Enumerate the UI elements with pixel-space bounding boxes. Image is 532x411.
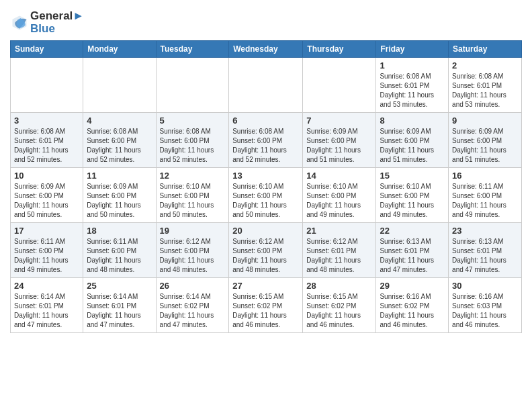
day-number: 8 <box>380 116 445 126</box>
calendar-cell: 3Sunrise: 6:08 AMSunset: 6:01 PMDaylight… <box>11 113 83 168</box>
calendar-cell <box>303 58 376 113</box>
calendar-cell <box>83 58 156 113</box>
calendar-cell: 21Sunrise: 6:12 AMSunset: 6:01 PMDayligh… <box>303 223 376 278</box>
day-header-wednesday: Wednesday <box>229 41 303 58</box>
calendar-cell: 29Sunrise: 6:16 AMSunset: 6:02 PMDayligh… <box>376 278 449 333</box>
day-info: Sunrise: 6:15 AMSunset: 6:02 PMDaylight:… <box>306 292 372 330</box>
day-info: Sunrise: 6:08 AMSunset: 6:00 PMDaylight:… <box>87 127 152 165</box>
logo-icon <box>10 13 29 32</box>
calendar-week-2: 3Sunrise: 6:08 AMSunset: 6:01 PMDaylight… <box>11 113 522 168</box>
calendar-cell <box>156 58 229 113</box>
day-number: 6 <box>232 116 299 126</box>
day-number: 18 <box>87 226 152 236</box>
calendar-table: SundayMondayTuesdayWednesdayThursdayFrid… <box>10 40 522 333</box>
calendar-cell: 30Sunrise: 6:16 AMSunset: 6:03 PMDayligh… <box>449 278 522 333</box>
calendar-cell: 26Sunrise: 6:14 AMSunset: 6:02 PMDayligh… <box>156 278 229 333</box>
day-number: 13 <box>232 171 299 181</box>
day-number: 9 <box>452 116 518 126</box>
calendar-week-1: 1Sunrise: 6:08 AMSunset: 6:01 PMDaylight… <box>11 58 522 113</box>
day-info: Sunrise: 6:11 AMSunset: 6:00 PMDaylight:… <box>452 182 518 220</box>
day-info: Sunrise: 6:13 AMSunset: 6:01 PMDaylight:… <box>452 237 518 275</box>
calendar-cell: 5Sunrise: 6:08 AMSunset: 6:00 PMDaylight… <box>156 113 229 168</box>
day-number: 27 <box>232 281 299 291</box>
calendar-cell: 4Sunrise: 6:08 AMSunset: 6:00 PMDaylight… <box>83 113 156 168</box>
day-info: Sunrise: 6:16 AMSunset: 6:02 PMDaylight:… <box>380 292 445 330</box>
day-info: Sunrise: 6:10 AMSunset: 6:00 PMDaylight:… <box>232 182 299 220</box>
day-info: Sunrise: 6:09 AMSunset: 6:00 PMDaylight:… <box>306 127 372 165</box>
day-header-tuesday: Tuesday <box>156 41 229 58</box>
calendar-cell: 6Sunrise: 6:08 AMSunset: 6:00 PMDaylight… <box>229 113 303 168</box>
day-info: Sunrise: 6:15 AMSunset: 6:02 PMDaylight:… <box>232 292 299 330</box>
calendar-cell: 19Sunrise: 6:12 AMSunset: 6:00 PMDayligh… <box>156 223 229 278</box>
calendar-cell: 15Sunrise: 6:10 AMSunset: 6:00 PMDayligh… <box>376 168 449 223</box>
day-number: 19 <box>160 226 226 236</box>
calendar-cell: 9Sunrise: 6:09 AMSunset: 6:00 PMDaylight… <box>449 113 522 168</box>
calendar-cell: 27Sunrise: 6:15 AMSunset: 6:02 PMDayligh… <box>229 278 303 333</box>
calendar-cell: 13Sunrise: 6:10 AMSunset: 6:00 PMDayligh… <box>229 168 303 223</box>
calendar-week-5: 24Sunrise: 6:14 AMSunset: 6:01 PMDayligh… <box>11 278 522 333</box>
day-number: 3 <box>14 116 79 126</box>
day-number: 10 <box>14 171 79 181</box>
page: General► Blue SundayMondayTuesdayWednesd… <box>0 0 532 343</box>
day-number: 11 <box>87 171 152 181</box>
logo-text: General► Blue <box>30 10 84 35</box>
day-info: Sunrise: 6:08 AMSunset: 6:01 PMDaylight:… <box>380 72 445 109</box>
day-info: Sunrise: 6:12 AMSunset: 6:00 PMDaylight:… <box>160 237 226 275</box>
day-info: Sunrise: 6:14 AMSunset: 6:01 PMDaylight:… <box>87 292 152 330</box>
day-number: 14 <box>306 171 372 181</box>
day-info: Sunrise: 6:10 AMSunset: 6:00 PMDaylight:… <box>380 182 445 220</box>
calendar-cell: 7Sunrise: 6:09 AMSunset: 6:00 PMDaylight… <box>303 113 376 168</box>
day-number: 5 <box>160 116 226 126</box>
day-info: Sunrise: 6:10 AMSunset: 6:00 PMDaylight:… <box>306 182 372 220</box>
calendar-cell: 22Sunrise: 6:13 AMSunset: 6:01 PMDayligh… <box>376 223 449 278</box>
day-number: 23 <box>452 226 518 236</box>
day-info: Sunrise: 6:12 AMSunset: 6:00 PMDaylight:… <box>232 237 299 275</box>
calendar-cell: 16Sunrise: 6:11 AMSunset: 6:00 PMDayligh… <box>449 168 522 223</box>
calendar-cell: 28Sunrise: 6:15 AMSunset: 6:02 PMDayligh… <box>303 278 376 333</box>
day-info: Sunrise: 6:09 AMSunset: 6:00 PMDaylight:… <box>380 127 445 165</box>
day-info: Sunrise: 6:11 AMSunset: 6:00 PMDaylight:… <box>87 237 152 275</box>
day-info: Sunrise: 6:14 AMSunset: 6:02 PMDaylight:… <box>160 292 226 330</box>
day-number: 26 <box>160 281 226 291</box>
calendar-week-3: 10Sunrise: 6:09 AMSunset: 6:00 PMDayligh… <box>11 168 522 223</box>
day-number: 25 <box>87 281 152 291</box>
day-info: Sunrise: 6:08 AMSunset: 6:00 PMDaylight:… <box>160 127 226 165</box>
day-info: Sunrise: 6:14 AMSunset: 6:01 PMDaylight:… <box>14 292 79 330</box>
calendar-week-4: 17Sunrise: 6:11 AMSunset: 6:00 PMDayligh… <box>11 223 522 278</box>
day-info: Sunrise: 6:09 AMSunset: 6:00 PMDaylight:… <box>87 182 152 220</box>
calendar-cell: 12Sunrise: 6:10 AMSunset: 6:00 PMDayligh… <box>156 168 229 223</box>
day-number: 17 <box>14 226 79 236</box>
calendar-cell: 20Sunrise: 6:12 AMSunset: 6:00 PMDayligh… <box>229 223 303 278</box>
day-number: 2 <box>452 60 518 71</box>
day-number: 15 <box>380 171 445 181</box>
day-number: 4 <box>87 116 152 126</box>
day-number: 21 <box>306 226 372 236</box>
day-header-friday: Friday <box>376 41 449 58</box>
day-number: 7 <box>306 116 372 126</box>
calendar-cell: 10Sunrise: 6:09 AMSunset: 6:00 PMDayligh… <box>11 168 83 223</box>
calendar-header: SundayMondayTuesdayWednesdayThursdayFrid… <box>11 41 522 58</box>
day-info: Sunrise: 6:08 AMSunset: 6:01 PMDaylight:… <box>14 127 79 165</box>
day-header-thursday: Thursday <box>303 41 376 58</box>
header: General► Blue <box>10 7 522 35</box>
day-info: Sunrise: 6:11 AMSunset: 6:00 PMDaylight:… <box>14 237 79 275</box>
calendar-cell: 25Sunrise: 6:14 AMSunset: 6:01 PMDayligh… <box>83 278 156 333</box>
day-number: 16 <box>452 171 518 181</box>
day-info: Sunrise: 6:13 AMSunset: 6:01 PMDaylight:… <box>380 237 445 275</box>
calendar-cell: 23Sunrise: 6:13 AMSunset: 6:01 PMDayligh… <box>449 223 522 278</box>
day-header-sunday: Sunday <box>11 41 83 58</box>
day-info: Sunrise: 6:09 AMSunset: 6:00 PMDaylight:… <box>452 127 518 165</box>
day-info: Sunrise: 6:12 AMSunset: 6:01 PMDaylight:… <box>306 237 372 275</box>
day-number: 20 <box>232 226 299 236</box>
day-number: 12 <box>160 171 226 181</box>
day-info: Sunrise: 6:08 AMSunset: 6:00 PMDaylight:… <box>232 127 299 165</box>
calendar-cell: 17Sunrise: 6:11 AMSunset: 6:00 PMDayligh… <box>11 223 83 278</box>
calendar-cell: 18Sunrise: 6:11 AMSunset: 6:00 PMDayligh… <box>83 223 156 278</box>
day-info: Sunrise: 6:08 AMSunset: 6:01 PMDaylight:… <box>452 72 518 109</box>
day-number: 1 <box>380 60 445 71</box>
day-number: 28 <box>306 281 372 291</box>
calendar-body: 1Sunrise: 6:08 AMSunset: 6:01 PMDaylight… <box>11 58 522 333</box>
logo: General► Blue <box>10 10 84 35</box>
calendar-cell: 14Sunrise: 6:10 AMSunset: 6:00 PMDayligh… <box>303 168 376 223</box>
day-header-saturday: Saturday <box>449 41 522 58</box>
